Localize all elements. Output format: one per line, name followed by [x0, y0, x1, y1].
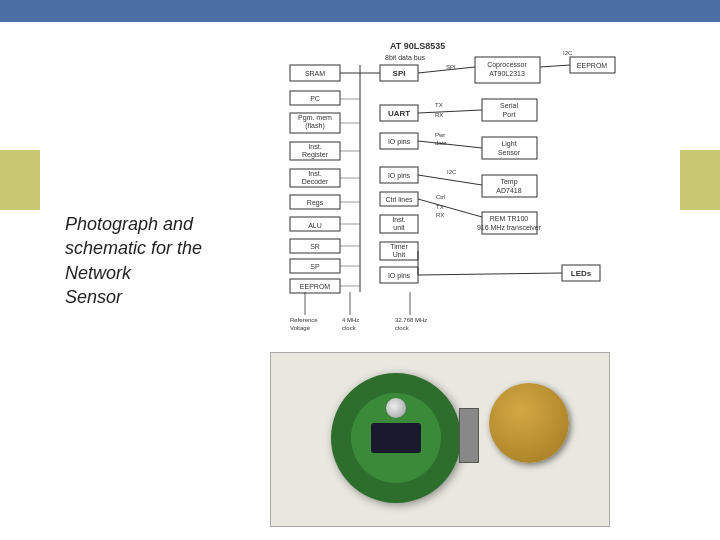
- right-bar-middle: [680, 150, 720, 210]
- pcb-board: [331, 373, 461, 503]
- svg-text:Reference: Reference: [290, 317, 318, 323]
- svg-text:Sensor: Sensor: [498, 149, 521, 156]
- svg-text:IO pins: IO pins: [388, 272, 411, 280]
- svg-text:clock: clock: [342, 325, 357, 331]
- svg-text:Inst.: Inst.: [392, 216, 405, 223]
- schematic-subtitle: 8bit data bus: [385, 54, 426, 61]
- svg-text:EEPROM: EEPROM: [577, 62, 608, 69]
- svg-line-73: [418, 110, 482, 113]
- caption-line3: Network: [65, 263, 131, 283]
- svg-text:Unit: Unit: [393, 251, 406, 258]
- svg-text:I2C: I2C: [447, 169, 457, 175]
- svg-text:SRAM: SRAM: [305, 70, 325, 77]
- svg-text:Voltage: Voltage: [290, 325, 311, 331]
- svg-text:AT90L2313: AT90L2313: [489, 70, 525, 77]
- svg-text:UART: UART: [388, 109, 410, 118]
- caption-line4: Sensor: [65, 287, 122, 307]
- right-bar-top: [680, 0, 720, 22]
- svg-line-89: [418, 273, 562, 275]
- svg-text:PC: PC: [310, 95, 320, 102]
- svg-text:SPI: SPI: [446, 64, 456, 70]
- left-bar-top: [0, 0, 40, 22]
- caption-text: Photograph and schematic for the Network…: [65, 212, 202, 309]
- diagram-area: AT 90LS8535 8bit data bus SRAM PC Pgm. m…: [210, 32, 670, 530]
- svg-text:Ctrl lines: Ctrl lines: [385, 196, 413, 203]
- svg-text:Timer: Timer: [390, 243, 408, 250]
- svg-text:32.768 MHz: 32.768 MHz: [395, 317, 427, 323]
- svg-text:SP: SP: [310, 263, 320, 270]
- svg-text:REM TR100: REM TR100: [490, 215, 528, 222]
- svg-text:Pgm. mem: Pgm. mem: [298, 114, 332, 122]
- svg-line-79: [418, 141, 482, 148]
- svg-text:Port: Port: [503, 111, 516, 118]
- svg-text:LEDs: LEDs: [571, 269, 592, 278]
- main-content: Photograph and schematic for the Network…: [40, 22, 680, 540]
- svg-text:Ctrl: Ctrl: [436, 194, 445, 200]
- schematic-svg: AT 90LS8535 8bit data bus SRAM PC Pgm. m…: [250, 37, 630, 347]
- svg-text:I2C: I2C: [563, 50, 573, 56]
- schematic-container: AT 90LS8535 8bit data bus SRAM PC Pgm. m…: [250, 37, 630, 347]
- svg-text:IO pins: IO pins: [388, 138, 411, 146]
- svg-text:Regs: Regs: [307, 199, 324, 207]
- pcb-photo: [270, 352, 610, 527]
- caption-panel: Photograph and schematic for the Network…: [50, 32, 210, 530]
- svg-text:TX: TX: [436, 204, 444, 210]
- svg-text:(flash): (flash): [305, 122, 324, 130]
- left-bar-middle: [0, 150, 40, 210]
- svg-text:Inst.: Inst.: [308, 170, 321, 177]
- pcb-connector: [459, 408, 479, 463]
- svg-text:Decoder: Decoder: [302, 178, 329, 185]
- svg-text:TX: TX: [435, 102, 443, 108]
- svg-text:RX: RX: [436, 212, 444, 218]
- svg-text:4 MHz: 4 MHz: [342, 317, 359, 323]
- svg-text:Light: Light: [501, 140, 516, 148]
- svg-text:ALU: ALU: [308, 222, 322, 229]
- svg-text:Serial: Serial: [500, 102, 518, 109]
- svg-line-82: [418, 175, 482, 185]
- coin-for-scale: [489, 383, 569, 463]
- svg-text:RX: RX: [435, 112, 443, 118]
- svg-text:Pwr: Pwr: [435, 132, 445, 138]
- svg-text:clock: clock: [395, 325, 410, 331]
- svg-text:Coprocessor: Coprocessor: [487, 61, 527, 69]
- photo-container: [270, 352, 610, 530]
- svg-text:AD7418: AD7418: [496, 187, 521, 194]
- caption-line1: Photograph and: [65, 214, 193, 234]
- svg-text:IO pins: IO pins: [388, 172, 411, 180]
- svg-text:EEPROM: EEPROM: [300, 283, 331, 290]
- pcb-dome: [386, 398, 406, 418]
- schematic-title: AT 90LS8535: [390, 41, 445, 51]
- top-bar: [40, 0, 680, 22]
- svg-text:Temp: Temp: [500, 178, 517, 186]
- svg-text:data: data: [435, 140, 447, 146]
- caption-line2: schematic for the: [65, 238, 202, 258]
- pcb-chip: [371, 423, 421, 453]
- svg-text:Register: Register: [302, 151, 329, 159]
- svg-text:Inst.: Inst.: [308, 143, 321, 150]
- svg-line-84: [418, 199, 482, 217]
- svg-text:SR: SR: [310, 243, 320, 250]
- svg-line-78: [540, 65, 570, 67]
- svg-text:unit: unit: [393, 224, 404, 231]
- svg-text:916 MHz transceiver: 916 MHz transceiver: [477, 224, 542, 231]
- svg-text:SPI: SPI: [393, 69, 406, 78]
